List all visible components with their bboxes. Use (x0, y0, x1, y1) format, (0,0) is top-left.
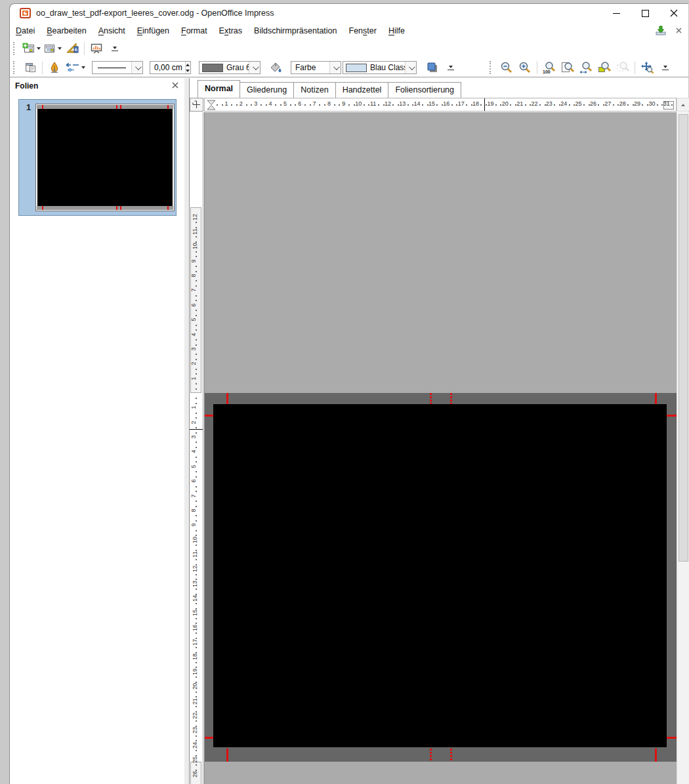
line-width-value[interactable]: 0,00 cm (150, 62, 185, 73)
fill-color-label: Blau Classi (370, 63, 405, 72)
tab-notizen[interactable]: Notizen (293, 82, 335, 98)
toolbar-grip[interactable] (13, 61, 18, 74)
zoom-page-width-icon (579, 61, 593, 74)
slide-thumbnail-selected[interactable]: 1 (18, 99, 177, 216)
line-dialog-button[interactable] (45, 60, 64, 75)
tab-handzettel[interactable]: Handzettel (335, 82, 389, 98)
menu-extras[interactable]: Extras (213, 24, 248, 38)
menu-fenster[interactable]: Fenster (343, 24, 383, 38)
zoom-100-button[interactable]: 100 (540, 60, 558, 75)
ruler-tick (196, 662, 197, 663)
scroll-up-button[interactable] (677, 98, 689, 112)
tab-normal[interactable]: Normal (198, 80, 240, 98)
ruler-tick (627, 104, 629, 106)
fill-color-dropdown-button[interactable] (405, 62, 416, 73)
zoom-page-width-button[interactable] (577, 60, 595, 75)
ruler-tick (196, 550, 197, 551)
drawing-canvas[interactable] (204, 112, 677, 784)
toolbar-grip[interactable] (13, 42, 18, 55)
ruler-tick (196, 442, 197, 443)
ruler-tick (545, 104, 546, 106)
v-ruler-number: 7 (190, 289, 197, 292)
ruler-tick (480, 104, 482, 106)
tab-gliederung[interactable]: Gliederung (240, 82, 294, 98)
ruler-tick (196, 300, 197, 301)
overflow-underline (112, 51, 118, 51)
slide-layout-icon (43, 43, 56, 54)
ruler-tick (196, 271, 197, 272)
black-rectangle-shape[interactable] (213, 404, 667, 747)
area-dialog-button[interactable] (266, 60, 285, 75)
pan-button[interactable] (638, 60, 656, 75)
h-ruler-number: 20 (502, 100, 509, 107)
line-style-select[interactable] (92, 61, 143, 74)
line-color-swatch (202, 64, 223, 72)
panel-close-icon[interactable] (172, 82, 178, 89)
minimize-button[interactable] (602, 4, 631, 22)
panel-splitter[interactable] (184, 78, 190, 784)
menu-bearbeiten[interactable]: Bearbeiten (41, 24, 92, 38)
arrow-style-icon (65, 62, 79, 73)
menu-einfgen[interactable]: Einfügen (131, 24, 175, 38)
document-zone: NormalGliederungNotizenHandzettelFoliens… (190, 78, 688, 784)
line-width-spinner[interactable]: 0,00 cm (150, 61, 191, 74)
menu-hilfe[interactable]: Hilfe (383, 24, 411, 38)
menu-ansicht[interactable]: Ansicht (93, 24, 131, 38)
line-color-dropdown-button[interactable] (249, 62, 260, 73)
line-style-dropdown-button[interactable] (131, 62, 142, 73)
ruler-tick (324, 104, 325, 106)
close-document-icon[interactable] (676, 28, 682, 33)
styles-button[interactable] (21, 60, 39, 75)
new-slide-button[interactable] (21, 41, 42, 56)
v-ruler-number: 1 (190, 377, 197, 380)
title-bar: oo_draw_test_pdf-export_leeres_cover.odg… (10, 4, 688, 22)
slide-layout-button[interactable] (42, 41, 63, 56)
ruler-tick (196, 735, 197, 737)
zoom-out-button[interactable] (497, 60, 516, 75)
zoom-in-button[interactable] (516, 60, 534, 75)
line-width-increase-button[interactable] (186, 62, 190, 68)
menu-bildschirmprsentation[interactable]: Bildschirmpräsentation (248, 24, 343, 38)
tab-foliensortierung[interactable]: Foliensortierung (388, 82, 461, 98)
update-available-icon[interactable] (655, 26, 667, 36)
ruler-tick (251, 104, 252, 106)
ruler-tick (196, 417, 197, 419)
zoom-optimal-button[interactable] (595, 60, 614, 75)
arrow-up-icon (186, 64, 190, 66)
zoom-toolbar-overflow-button[interactable] (656, 60, 675, 75)
close-button[interactable] (659, 4, 688, 22)
line-filling-overflow-button[interactable] (442, 60, 460, 75)
ruler-tick (647, 104, 648, 106)
line-color-select[interactable]: Grau 6 (199, 61, 261, 74)
ruler-tick (217, 104, 218, 106)
overflow-caret-icon (449, 66, 453, 68)
ruler-tick (196, 403, 197, 404)
slide-design-button[interactable] (63, 41, 81, 56)
shadow-button[interactable] (423, 60, 442, 75)
ruler-origin-button[interactable] (190, 98, 203, 112)
line-width-decrease-button[interactable] (186, 68, 190, 73)
scrollbar-thumb[interactable] (679, 114, 688, 562)
presentation-button[interactable] (87, 41, 106, 56)
arrow-style-button[interactable] (64, 60, 87, 75)
ruler-tick (196, 486, 197, 487)
menu-datei[interactable]: Datei (10, 24, 41, 38)
minimize-icon (613, 10, 620, 17)
vertical-scrollbar[interactable] (677, 112, 689, 784)
area-style-select[interactable]: Farbe (291, 61, 341, 74)
ruler-tick (613, 104, 614, 106)
ruler-tick (603, 104, 604, 106)
standard-toolbar-overflow-button[interactable] (106, 41, 124, 56)
ruler-indent-marker[interactable] (207, 100, 216, 110)
menu-format[interactable]: Format (175, 24, 213, 38)
maximize-button[interactable] (631, 4, 659, 22)
crop-mark (226, 749, 228, 762)
fill-color-select[interactable]: Blau Classi (343, 61, 417, 74)
arrow-up-icon (681, 104, 685, 106)
zoom-page-button[interactable] (558, 60, 577, 75)
slides-panel-header: Folien (10, 78, 184, 94)
ruler-tick (196, 256, 197, 257)
ruler-tick (442, 104, 443, 106)
area-style-dropdown-button[interactable] (329, 62, 341, 73)
toolbar-grip[interactable] (490, 61, 494, 74)
